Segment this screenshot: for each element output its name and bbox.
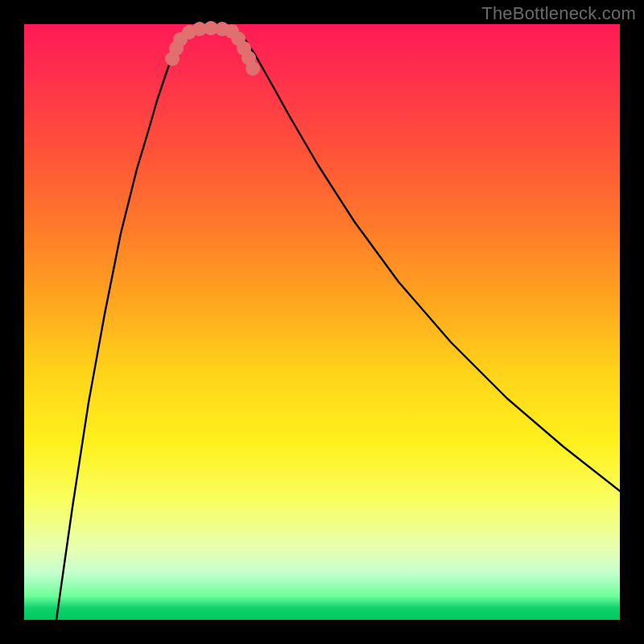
watermark-text: TheBottleneck.com [481, 3, 636, 24]
chart-frame: TheBottleneck.com [0, 0, 644, 644]
marker-dot [246, 61, 260, 76]
marker-group [165, 21, 260, 76]
bottleneck-curve [56, 27, 620, 620]
plot-area [24, 24, 620, 620]
curve-svg [24, 24, 620, 620]
